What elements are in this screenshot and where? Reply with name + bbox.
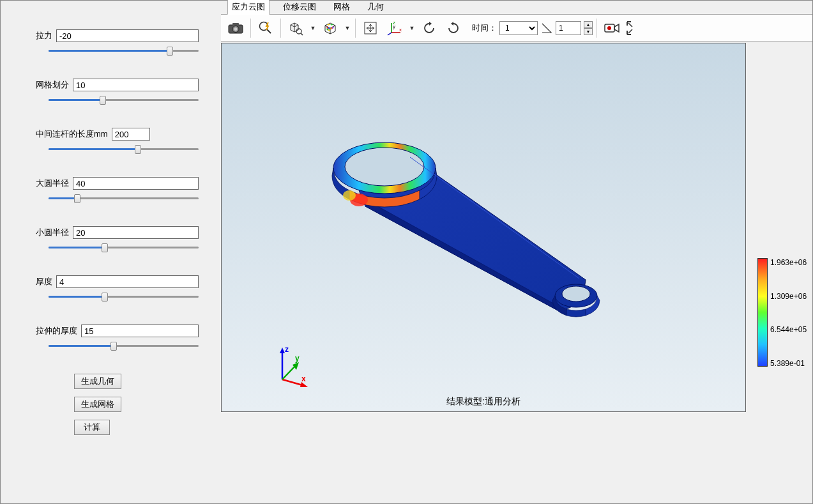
svg-text:y: y xyxy=(295,354,300,363)
svg-point-20 xyxy=(343,190,356,201)
param-slider-rod-length[interactable] xyxy=(36,144,199,155)
cube-magnify-icon[interactable] xyxy=(285,17,307,39)
param-slider-tension[interactable] xyxy=(36,46,199,56)
viewport-3d[interactable]: z x y 结果模型:通用分析 xyxy=(221,43,746,412)
param-slider-thickness[interactable] xyxy=(36,292,199,302)
param-slider-extrude-thickness[interactable] xyxy=(36,341,199,351)
tab-geometry[interactable]: 几何 xyxy=(363,0,388,14)
rotate-cw-icon[interactable] xyxy=(418,17,440,39)
viewer-panel: 应力云图 位移云图 网格 几何 ▼ xyxy=(221,1,812,503)
svg-text:x: x xyxy=(301,374,306,383)
viewport-container: z x y 结果模型:通用分析 Mises （Pa） 1.963e+06 xyxy=(221,42,812,503)
tab-stress[interactable]: 应力云图 xyxy=(227,0,270,15)
legend-unit: （Pa） xyxy=(757,243,813,254)
param-small-radius: 小圆半径 xyxy=(36,226,199,253)
dropdown-arrow-icon[interactable]: ▼ xyxy=(408,25,416,31)
svg-text:y: y xyxy=(393,24,395,29)
param-thickness: 厚度 xyxy=(36,275,199,302)
time-step-spinner[interactable]: ▲▼ xyxy=(584,21,593,35)
param-input-rod-length[interactable] xyxy=(112,128,150,141)
param-input-small-radius[interactable] xyxy=(73,226,199,239)
svg-point-6 xyxy=(296,29,301,34)
angle-icon xyxy=(540,22,553,34)
param-label: 拉伸的厚度 xyxy=(36,325,77,337)
svg-marker-24 xyxy=(280,347,285,353)
time-step-input[interactable] xyxy=(556,21,581,35)
param-tension: 拉力 xyxy=(36,29,199,56)
svg-line-5 xyxy=(267,29,271,33)
param-label: 拉力 xyxy=(36,30,52,42)
rotate-ccw-icon[interactable] xyxy=(443,17,464,39)
svg-point-3 xyxy=(234,27,238,31)
param-big-radius: 大圆半径 xyxy=(36,177,199,204)
svg-rect-1 xyxy=(232,23,239,26)
param-slider-big-radius[interactable] xyxy=(36,194,199,204)
param-input-big-radius[interactable] xyxy=(73,177,199,190)
param-slider-mesh[interactable] xyxy=(36,95,199,105)
param-label: 厚度 xyxy=(36,276,52,287)
param-label: 大圆半径 xyxy=(36,178,69,189)
parameter-panel: 拉力 网格划分 中间连杆的长度mm xyxy=(1,1,221,503)
svg-line-7 xyxy=(301,33,303,35)
dropdown-arrow-icon[interactable]: ▼ xyxy=(309,25,317,31)
svg-point-18 xyxy=(345,148,424,186)
param-input-thickness[interactable] xyxy=(56,275,199,288)
tab-displacement[interactable]: 位移云图 xyxy=(279,0,320,14)
param-rod-length: 中间连杆的长度mm xyxy=(36,128,199,155)
generate-geometry-button[interactable]: 生成几何 xyxy=(74,374,121,389)
expand-icon[interactable] xyxy=(625,17,638,39)
axis-triad-icon: z x y xyxy=(270,344,314,389)
action-buttons: 生成几何 生成网格 计算 xyxy=(74,374,199,435)
svg-point-22 xyxy=(562,286,590,302)
svg-point-16 xyxy=(607,26,611,30)
rubiks-cube-icon[interactable] xyxy=(319,17,341,39)
legend-ticks: 1.963e+06 1.309e+06 6.544e+05 5.389e-01 xyxy=(770,258,807,368)
param-input-tension[interactable] xyxy=(56,29,199,42)
param-label: 中间连杆的长度mm xyxy=(36,128,108,140)
magnify-lightning-icon[interactable] xyxy=(255,17,277,39)
svg-line-11 xyxy=(388,33,391,35)
param-mesh: 网格划分 xyxy=(36,79,199,105)
fit-view-icon[interactable] xyxy=(360,17,381,39)
calculate-button[interactable]: 计算 xyxy=(74,420,110,435)
time-select[interactable]: 1 xyxy=(499,21,538,35)
svg-text:z: z xyxy=(285,345,289,354)
tab-bar: 应力云图 位移云图 网格 几何 xyxy=(221,1,812,15)
param-label: 小圆半径 xyxy=(36,227,69,238)
tab-mesh[interactable]: 网格 xyxy=(330,0,354,14)
viewport-caption: 结果模型:通用分析 xyxy=(446,396,520,408)
param-slider-small-radius[interactable] xyxy=(36,243,199,253)
dropdown-arrow-icon[interactable]: ▼ xyxy=(344,25,351,31)
camera-icon[interactable] xyxy=(225,17,247,39)
legend-color-bar xyxy=(757,258,768,367)
legend-title: Mises xyxy=(757,233,813,243)
param-extrude-thickness: 拉伸的厚度 xyxy=(36,325,199,351)
video-camera-icon[interactable] xyxy=(601,17,623,39)
app-window: 拉力 网格划分 中间连杆的长度mm xyxy=(0,0,813,504)
param-input-extrude-thickness[interactable] xyxy=(81,325,199,337)
param-label: 网格划分 xyxy=(36,79,69,91)
param-input-mesh[interactable] xyxy=(73,79,199,91)
svg-text:x: x xyxy=(399,27,402,33)
toolbar: ▼ ▼ zxy xyxy=(221,15,812,42)
time-label: 时间： xyxy=(472,22,497,34)
color-legend: Mises （Pa） 1.963e+06 1.309e+06 6.544e+05… xyxy=(757,233,813,368)
generate-mesh-button[interactable]: 生成网格 xyxy=(74,397,121,412)
axis-xyz-icon[interactable]: zxy xyxy=(384,17,406,39)
